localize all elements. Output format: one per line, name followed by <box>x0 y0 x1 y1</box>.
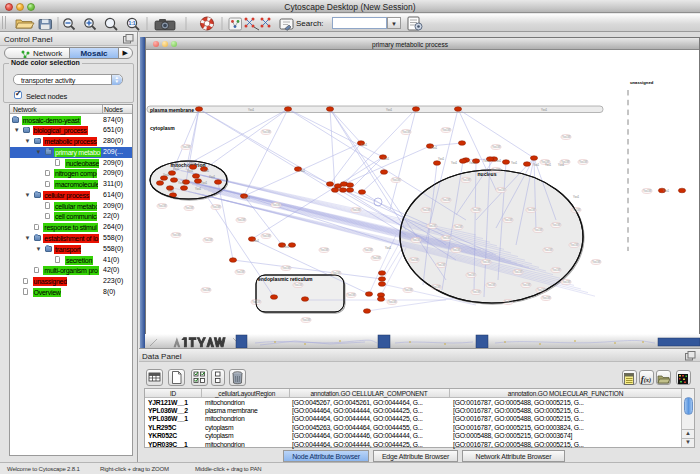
svg-text:Yxx1W: Yxx1W <box>388 300 397 304</box>
svg-text:Yxx1W: Yxx1W <box>544 248 553 252</box>
svg-text:Yxx1W: Yxx1W <box>522 283 531 287</box>
svg-text:Yxx1W: Yxx1W <box>552 223 561 227</box>
svg-text:Yxx1W: Yxx1W <box>442 128 451 132</box>
svg-text:Yxx1W: Yxx1W <box>172 233 181 237</box>
svg-text:Yxx1: Yxx1 <box>201 181 208 185</box>
svg-text:Yxx1: Yxx1 <box>483 159 490 163</box>
svg-text:f(x): f(x) <box>641 374 652 384</box>
svg-text:Yxx1W: Yxx1W <box>472 290 481 294</box>
svg-text:Yxx1W: Yxx1W <box>472 208 481 212</box>
svg-text:Yxx1: Yxx1 <box>438 157 445 161</box>
svg-text:Yxx1: Yxx1 <box>573 195 580 199</box>
svg-text:Yxx1W: Yxx1W <box>492 145 501 149</box>
svg-text:Yxx1: Yxx1 <box>383 157 390 161</box>
svg-text:Yxx1: Yxx1 <box>168 189 175 193</box>
svg-text:Yxx1W: Yxx1W <box>410 258 419 262</box>
svg-text:Yxx1W: Yxx1W <box>364 248 373 252</box>
svg-text:Yxx1W: Yxx1W <box>422 208 431 212</box>
svg-text:Yxx1W: Yxx1W <box>542 296 551 300</box>
svg-text:Yxx1W: Yxx1W <box>204 238 213 242</box>
svg-text:Yxx1W: Yxx1W <box>437 263 446 267</box>
svg-text:Yxx1W: Yxx1W <box>467 273 476 277</box>
svg-text:cytoplasm: cytoplasm <box>150 125 175 131</box>
svg-text:Yxx1: Yxx1 <box>431 146 438 150</box>
svg-text:Yxx1W: Yxx1W <box>352 208 361 212</box>
svg-text:Yxx1W: Yxx1W <box>552 268 561 272</box>
svg-text:Yxx1W: Yxx1W <box>402 130 411 134</box>
svg-text:unassigned: unassigned <box>630 80 654 85</box>
svg-text:1:1: 1:1 <box>128 20 135 26</box>
svg-text:Yxx1: Yxx1 <box>195 187 202 191</box>
svg-text:Yxx1W: Yxx1W <box>428 224 437 228</box>
svg-text:Yxx1: Yxx1 <box>663 189 670 193</box>
svg-text:Yxx1W: Yxx1W <box>212 205 221 209</box>
svg-text:Yxx1: Yxx1 <box>533 163 540 167</box>
svg-text:Yxx1: Yxx1 <box>173 167 180 171</box>
svg-text:Yxx1W: Yxx1W <box>454 225 463 229</box>
svg-text:Yxx1W: Yxx1W <box>482 260 491 264</box>
svg-text:Yxx1: Yxx1 <box>386 108 393 112</box>
svg-text:Yxx1W: Yxx1W <box>570 243 579 247</box>
svg-text:Yxx1W: Yxx1W <box>442 236 451 240</box>
svg-text:Yxx1W: Yxx1W <box>462 178 471 182</box>
svg-text:Yxx1W: Yxx1W <box>202 288 211 292</box>
svg-text:Yxx1: Yxx1 <box>163 173 170 177</box>
svg-text:Yxx1W: Yxx1W <box>592 260 601 264</box>
svg-text:Yxx1W: Yxx1W <box>282 266 291 270</box>
svg-text:Yxx1: Yxx1 <box>541 108 548 112</box>
svg-text:Yxx1W: Yxx1W <box>347 293 356 297</box>
svg-text:Yxx1W: Yxx1W <box>514 270 523 274</box>
svg-text:Yxx1: Yxx1 <box>385 246 392 250</box>
svg-text:Yxx1: Yxx1 <box>299 169 306 173</box>
svg-text:Yxx1W: Yxx1W <box>497 188 506 192</box>
svg-text:Yxx1W: Yxx1W <box>412 238 421 242</box>
svg-text:Yxx1W: Yxx1W <box>643 189 652 193</box>
svg-text:Yxx1W: Yxx1W <box>504 218 513 222</box>
svg-text:Yxx1W: Yxx1W <box>579 160 588 164</box>
svg-text:Yxx1W: Yxx1W <box>185 206 194 210</box>
svg-text:Yxx1: Yxx1 <box>203 169 210 173</box>
svg-text:Yxx1W: Yxx1W <box>404 288 413 292</box>
svg-text:Yxx1W: Yxx1W <box>272 203 281 207</box>
svg-text:Yxx1W: Yxx1W <box>182 145 191 149</box>
svg-text:Yxx1: Yxx1 <box>209 175 216 179</box>
svg-text:Yxx1W: Yxx1W <box>392 178 401 182</box>
svg-text:Yxx1W: Yxx1W <box>332 271 341 275</box>
svg-text:Yxx1W: Yxx1W <box>294 283 303 287</box>
svg-text:Yxx1: Yxx1 <box>469 161 476 165</box>
svg-text:Yxx1W: Yxx1W <box>236 270 245 274</box>
svg-text:Yxx1: Yxx1 <box>187 169 194 173</box>
svg-text:Yxx1: Yxx1 <box>511 161 518 165</box>
svg-text:Yxx1: Yxx1 <box>545 163 552 167</box>
svg-text:Yxx1: Yxx1 <box>244 196 251 200</box>
svg-text:Yxx1W: Yxx1W <box>442 198 451 202</box>
svg-text:Yxx1W: Yxx1W <box>562 280 571 284</box>
svg-text:Yxx1: Yxx1 <box>451 161 458 165</box>
svg-text:Yxx1W: Yxx1W <box>534 228 543 232</box>
svg-text:Yxx1: Yxx1 <box>558 163 565 167</box>
svg-text:Yxx1W: Yxx1W <box>487 283 496 287</box>
svg-text:Yxx1W: Yxx1W <box>372 256 381 260</box>
svg-text:Yxx1W: Yxx1W <box>527 208 536 212</box>
svg-text:Yxx1: Yxx1 <box>495 159 502 163</box>
svg-text:Yxx1W: Yxx1W <box>262 234 271 238</box>
svg-text:Yxx1W: Yxx1W <box>320 248 329 252</box>
svg-text:Yxx1: Yxx1 <box>253 239 260 243</box>
svg-text:Yxx1: Yxx1 <box>361 143 368 147</box>
svg-text:Yxx1W: Yxx1W <box>452 248 461 252</box>
svg-text:Yxx1: Yxx1 <box>178 181 185 185</box>
svg-text:Yxx1: Yxx1 <box>248 108 255 112</box>
svg-text:Yxx1W: Yxx1W <box>302 318 311 322</box>
svg-text:Yxx1W: Yxx1W <box>562 135 571 139</box>
svg-text:Yxx1W: Yxx1W <box>262 130 271 134</box>
svg-text:Yxx1W: Yxx1W <box>158 204 167 208</box>
svg-text:Yxx1: Yxx1 <box>283 245 290 249</box>
svg-text:plasma membrane: plasma membrane <box>150 107 194 113</box>
svg-text:Yxx1W: Yxx1W <box>237 218 246 222</box>
svg-text:endoplasmic reticulum: endoplasmic reticulum <box>258 276 313 282</box>
